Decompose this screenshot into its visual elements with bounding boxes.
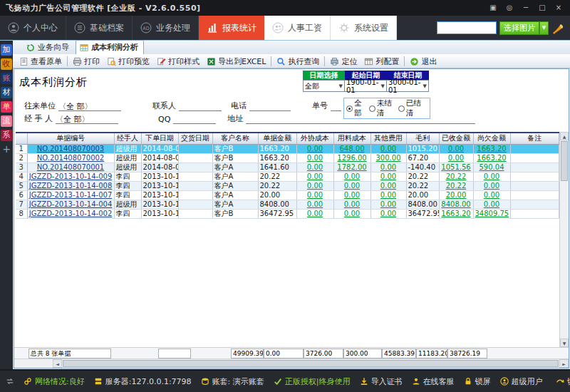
sidebar-add-button[interactable]: + — [1, 144, 12, 155]
amount-link[interactable]: 590.04 — [480, 163, 504, 171]
toolbar-view-original-button[interactable]: 查看原单 — [16, 55, 66, 68]
sidebar-item-order[interactable]: 单 — [1, 101, 12, 113]
table-row[interactable]: 1NO.201408070003超级用2014-08-0客户B1663.200.… — [16, 144, 559, 153]
col-order-date[interactable]: 下单日期 — [141, 133, 178, 144]
amount-link[interactable]: 0.00 — [307, 163, 323, 171]
status-account-set[interactable]: 账套: 演示账套 — [201, 376, 264, 387]
amount-link[interactable]: 0.00 — [380, 210, 396, 217]
scroll-right-icon[interactable]: ► — [559, 359, 569, 368]
status-lock-screen[interactable]: 锁屏 — [464, 376, 491, 387]
nav-item-personal-center[interactable]: 个人中心 — [0, 16, 66, 40]
toolbar-run-query-button[interactable]: 执行查询 — [273, 55, 323, 68]
doc-link[interactable]: JGZZD-2013-10-14-009 — [29, 172, 113, 180]
chevron-down-icon[interactable]: ▼ — [539, 21, 549, 35]
col-received-amount[interactable]: 已收金额 — [439, 133, 473, 144]
amount-link[interactable]: 300.00 — [376, 154, 401, 162]
doc-link[interactable]: NO.201408070003 — [37, 145, 104, 153]
amount-link[interactable]: 0.00 — [380, 172, 396, 180]
scrollbar-thumb[interactable] — [63, 360, 559, 367]
pick-image-button[interactable]: 选择图片 ▼ — [499, 21, 549, 35]
radio-unsettled[interactable]: 未结清 — [369, 98, 396, 118]
status-layout-swap[interactable] — [6, 377, 14, 386]
scrollbar-thumb[interactable] — [561, 141, 568, 181]
doc-link[interactable]: JGZZD-2013-10-14-004 — [29, 200, 113, 208]
sidebar-item-material[interactable]: 材 — [1, 87, 12, 98]
table-row[interactable]: 2NO.201408070002超级用2014-08-0客户B1663.200.… — [16, 153, 559, 163]
close-icon[interactable]: × — [553, 3, 564, 13]
nav-item-system-settings[interactable]: 系统设置 — [331, 16, 397, 40]
maximize-icon[interactable]: □ — [537, 3, 548, 13]
col-amount[interactable]: 单据金额 — [258, 133, 296, 144]
amount-link[interactable]: 20.22 — [446, 182, 467, 190]
amount-link[interactable]: 0.00 — [380, 191, 396, 199]
table-row[interactable]: 5JGZZD-2013-10-14-008李四2013-10-1客户A20.22… — [16, 181, 559, 190]
amount-link[interactable]: 0.00 — [380, 200, 396, 208]
status-import-cert[interactable]: 导入证书 — [360, 376, 403, 387]
col-other-fee[interactable]: 其他费用 — [370, 133, 406, 144]
doc-link[interactable]: JGZZD-2013-10-14-008 — [29, 182, 113, 190]
doc-link[interactable]: NO.201408070002 — [37, 154, 104, 162]
table-row[interactable]: 7JGZZD-2013-10-14-004超级用2013-10-1客户A8408… — [16, 200, 559, 209]
amount-link[interactable]: 0.00 — [484, 191, 499, 199]
amount-link[interactable]: 0.00 — [484, 182, 499, 190]
amount-link[interactable]: 0.00 — [307, 210, 323, 217]
amount-link[interactable]: 8408.00 — [441, 200, 470, 208]
status-online-support[interactable]: 在线客服 — [412, 376, 455, 387]
amount-link[interactable]: 0.00 — [380, 145, 396, 153]
status-current-user[interactable]: 超级用户 — [500, 376, 543, 387]
date-filter-select[interactable]: 3000-01-01▼ — [387, 80, 429, 92]
col-gross-profit[interactable]: 毛利 — [406, 133, 439, 144]
scroll-left-icon[interactable]: ◄ — [53, 359, 62, 368]
toolbar-print-button[interactable]: 打印 — [69, 55, 103, 68]
col-handler[interactable]: 经手人 — [114, 133, 141, 144]
toolbar-column-config-button[interactable]: 列配置 — [361, 55, 403, 68]
nav-item-business-process[interactable]: AD业务处理 — [133, 16, 199, 40]
doc-link[interactable]: NO.201408070001 — [37, 163, 104, 171]
col-doc-no[interactable]: 单据编号 — [27, 133, 114, 144]
sidebar-item-flow[interactable]: 流 — [1, 115, 12, 127]
amount-link[interactable]: 0.00 — [484, 200, 499, 208]
col-customer[interactable]: 客户名称 — [212, 133, 258, 144]
filter-field-input[interactable] — [331, 101, 341, 111]
sidebar-item-receive[interactable]: 收 — [1, 58, 12, 70]
amount-link[interactable]: 0.00 — [344, 191, 360, 199]
doc-link[interactable]: JGZZD-2013-10-14-002 — [29, 210, 113, 217]
image-search-input[interactable] — [437, 21, 497, 34]
toolbar-export-excel-button[interactable]: 导出到EXCEL — [203, 55, 269, 68]
amount-link[interactable]: 0.00 — [344, 210, 360, 217]
tab-business-wizard[interactable]: 业务向导 — [23, 41, 74, 54]
date-filter-select[interactable]: 1900-01-01▼ — [345, 80, 387, 92]
toolbar-print-preview-button[interactable]: 打印预览 — [103, 55, 153, 68]
scroll-up-icon[interactable]: ▲ — [560, 132, 569, 140]
toolbar-print-style-button[interactable]: 打印样式 — [153, 55, 203, 68]
amount-link[interactable]: 0.00 — [344, 172, 360, 180]
filter-field-input[interactable] — [173, 114, 216, 124]
vertical-scrollbar[interactable]: ▲ ▼ — [559, 132, 569, 347]
amount-link[interactable]: 1663.20 — [441, 210, 470, 217]
amount-link[interactable]: 648.00 — [340, 145, 365, 153]
amount-link[interactable]: 1051.56 — [441, 163, 470, 171]
amount-link[interactable]: 20.00 — [446, 191, 467, 199]
radio-settled[interactable]: 已结清 — [398, 98, 425, 118]
col-owed-amount[interactable]: 尚欠金额 — [473, 133, 510, 144]
tab-cost-profit-analysis[interactable]: 成本利润分析 — [76, 40, 144, 54]
table-row[interactable]: 3NO.201408070001超级用2014-08-0客户A1641.600.… — [16, 163, 559, 172]
scroll-down-icon[interactable]: ▼ — [560, 339, 569, 347]
status-license[interactable]: 正版授权|终身使用 — [274, 376, 351, 387]
status-switch-user[interactable]: 切换用户 — [556, 376, 570, 387]
scrollbar-track[interactable] — [560, 182, 569, 339]
status-server[interactable]: 服务器:127.0.0.1:7798 — [94, 376, 192, 387]
filter-field-input[interactable] — [249, 101, 291, 111]
amount-link[interactable]: 0.00 — [344, 200, 360, 208]
col-outsource-cost[interactable]: 外协成本 — [296, 133, 333, 144]
sidebar-item-account[interactable]: 账 — [1, 73, 12, 84]
sidebar-item-add[interactable]: 加 — [1, 44, 12, 56]
amount-link[interactable]: 0.00 — [307, 191, 323, 199]
date-filter-select[interactable]: 全部▼ — [303, 80, 345, 92]
nav-item-hr-salary[interactable]: 人事工资 — [264, 16, 331, 40]
amount-link[interactable]: 0.00 — [484, 172, 499, 180]
amount-link[interactable]: 0.00 — [307, 200, 323, 208]
amount-link[interactable]: 1296.00 — [337, 154, 366, 162]
amount-link[interactable]: 1663.20 — [477, 154, 506, 162]
skin-icon[interactable]: ▣ — [487, 3, 499, 13]
